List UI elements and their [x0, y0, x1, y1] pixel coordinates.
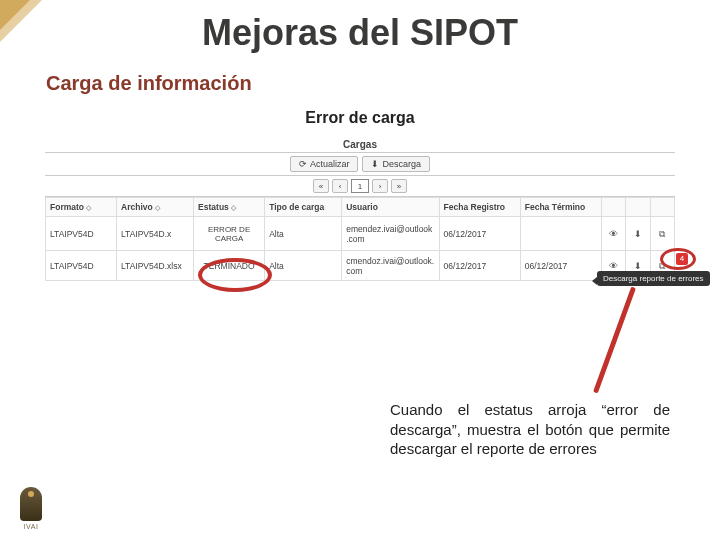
cell-fecha-term: 06/12/2017 — [520, 251, 601, 281]
cell-fecha-reg: 06/12/2017 — [439, 217, 520, 251]
table-row: LTAIPV54D LTAIPV54D.xlsx TERMINADO Alta … — [46, 251, 675, 281]
pager-next[interactable]: › — [372, 179, 388, 193]
tooltip-descarga-reporte: Descarga reporte de errores — [597, 271, 710, 286]
cell-archivo: LTAIPV54D.x — [117, 217, 194, 251]
sort-icon: ◇ — [86, 204, 91, 211]
table-row: LTAIPV54D LTAIPV54D.x ERROR DE CARGA Alt… — [46, 217, 675, 251]
slide-title: Mejoras del SIPOT — [0, 12, 720, 54]
col-tipo[interactable]: Tipo de carga — [265, 198, 342, 217]
col-fecha-term[interactable]: Fecha Término — [520, 198, 601, 217]
download-row-icon[interactable]: ⬇ — [633, 229, 643, 239]
pager-first[interactable]: « — [313, 179, 329, 193]
cell-archivo: LTAIPV54D.xlsx — [117, 251, 194, 281]
cell-formato: LTAIPV54D — [46, 217, 117, 251]
cell-usuario: emendez.ivai@outlook.com — [342, 217, 439, 251]
logo: IVAI — [20, 487, 42, 530]
section-label: Error de carga — [0, 109, 720, 127]
logo-text: IVAI — [24, 523, 39, 530]
download-row-icon[interactable]: ⬇ — [633, 261, 643, 271]
cell-usuario: cmendoz.ivai@outlook.com — [342, 251, 439, 281]
eye-icon[interactable]: 👁 — [609, 229, 619, 239]
col-usuario[interactable]: Usuario — [342, 198, 439, 217]
eye-icon[interactable]: 👁 — [609, 261, 619, 271]
pager: « ‹ 1 › » — [45, 176, 675, 197]
refresh-label: Actualizar — [310, 159, 350, 169]
data-table: Formato◇ Archivo◇ Estatus◇ Tipo de carga… — [45, 197, 675, 281]
toolbar: ⟳ Actualizar ⬇ Descarga — [45, 152, 675, 176]
refresh-button[interactable]: ⟳ Actualizar — [290, 156, 359, 172]
download-label: Descarga — [382, 159, 421, 169]
report-icon[interactable]: ⧉ — [657, 229, 667, 239]
download-icon: ⬇ — [371, 159, 379, 169]
cell-fecha-term — [520, 217, 601, 251]
col-archivo[interactable]: Archivo◇ — [117, 198, 194, 217]
caption-text: Cuando el estatus arroja “error de desca… — [390, 400, 670, 459]
annotation-circle-estatus — [198, 258, 272, 292]
pager-current: 1 — [351, 179, 369, 193]
error-count-badge: 4 — [676, 253, 688, 265]
download-button[interactable]: ⬇ Descarga — [362, 156, 430, 172]
cell-tipo: Alta — [265, 251, 342, 281]
sort-icon: ◇ — [155, 204, 160, 211]
cell-fecha-reg: 06/12/2017 — [439, 251, 520, 281]
col-action-b — [626, 198, 650, 217]
sort-icon: ◇ — [231, 204, 236, 211]
annotation-line — [593, 287, 636, 394]
col-action-a — [601, 198, 625, 217]
cell-tipo: Alta — [265, 217, 342, 251]
cell-formato: LTAIPV54D — [46, 251, 117, 281]
pager-prev[interactable]: ‹ — [332, 179, 348, 193]
table-header-row: Formato◇ Archivo◇ Estatus◇ Tipo de carga… — [46, 198, 675, 217]
screenshot-panel: Cargas ⟳ Actualizar ⬇ Descarga « ‹ 1 › »… — [45, 135, 675, 281]
pager-last[interactable]: » — [391, 179, 407, 193]
panel-title: Cargas — [45, 135, 675, 152]
col-fecha-reg[interactable]: Fecha Registro — [439, 198, 520, 217]
logo-mark — [20, 487, 42, 521]
corner-decor-2 — [0, 0, 30, 30]
cell-estatus: ERROR DE CARGA — [194, 217, 265, 251]
col-estatus[interactable]: Estatus◇ — [194, 198, 265, 217]
slide-subtitle: Carga de información — [46, 72, 720, 95]
col-formato[interactable]: Formato◇ — [46, 198, 117, 217]
col-action-c — [650, 198, 674, 217]
refresh-icon: ⟳ — [299, 159, 307, 169]
